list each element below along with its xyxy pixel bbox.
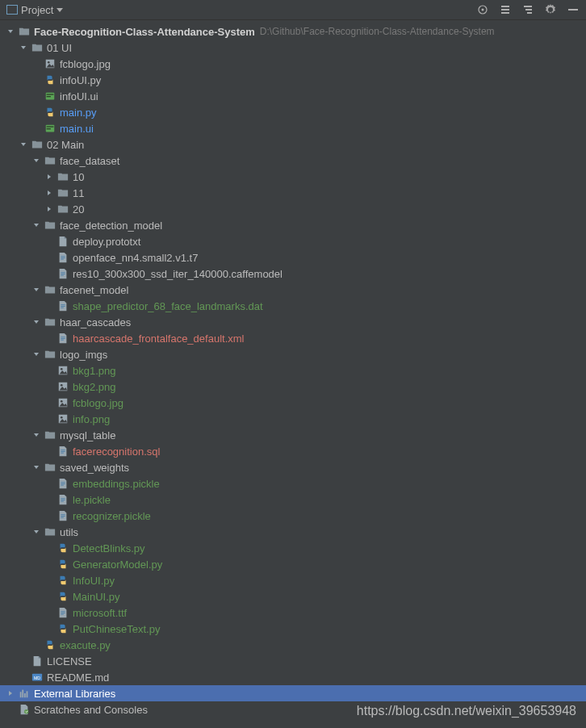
tree-row[interactable]: facenet_model [0,282,586,298]
tree-row[interactable]: 01 UI [0,40,586,56]
tree-row[interactable]: 11 [0,185,586,201]
folder-icon [44,316,57,328]
tree-item-label: main.ui [60,123,94,135]
chevron-down-icon[interactable] [32,157,40,165]
svg-rect-39 [61,453,64,454]
py-icon [44,106,57,119]
chevron-down-icon[interactable] [32,286,40,294]
dropdown-arrow-icon[interactable] [57,8,63,12]
chevron-down-icon[interactable] [32,350,40,358]
tree-item-label: utils [60,526,78,538]
tree-row[interactable]: microsoft.ttf [0,605,586,621]
tree-row[interactable]: res10_300x300_ssd_iter_140000.caffemodel [0,266,586,282]
tree-row[interactable]: haar_cascades [0,314,586,330]
tree-item-label: fcblogo.jpg [73,397,123,409]
chevron-down-icon[interactable] [32,318,40,326]
tree-row[interactable]: 02 Main [0,136,586,153]
tree-row[interactable]: facerecognition.sql [0,443,586,459]
tree-row[interactable]: MDREADME.md [0,669,586,685]
collapse-all-icon[interactable] [499,3,512,16]
tree-row[interactable]: bkg1.png [0,362,586,379]
tree-item-label: DetectBlinks.py [73,542,145,554]
hide-icon[interactable] [567,3,580,16]
tree-row[interactable]: Face-Recognition-Class-Attendance-System… [0,23,586,40]
project-toolbar-left[interactable]: Project [6,4,63,16]
chevron-down-icon[interactable] [32,221,40,229]
tree-item-label: 20 [73,203,84,215]
tree-row[interactable]: LICENSE [0,653,586,669]
tree-row[interactable]: fcblogo.jpg [0,56,586,72]
tree-row[interactable]: infoUI.py [0,72,586,88]
folder-icon [44,348,57,361]
tree-item-label: microsoft.ttf [73,607,127,619]
folder-icon [57,170,69,183]
tree-row[interactable]: exacute.py [0,637,586,653]
tree-row[interactable]: bkg2.png [0,379,586,395]
tree-row[interactable]: InfoUI.py [0,572,586,588]
tree-row[interactable]: infoUI.ui [0,88,586,104]
folder-icon [44,525,57,538]
chevron-right-icon[interactable] [45,205,53,213]
tree-row[interactable]: recognizer.pickle [0,508,586,524]
folder-icon [31,41,44,54]
chevron-down-icon[interactable] [19,44,27,52]
tree-row[interactable]: utils [0,524,586,540]
watermark: https://blog.csdn.net/weixin_39653948 [357,704,576,718]
tree-row[interactable]: PutChineseText.py [0,621,586,637]
bin-icon [57,299,69,312]
tree-row[interactable]: info.png [0,411,586,427]
chevron-down-icon[interactable] [6,27,15,36]
chevron-right-icon[interactable] [45,189,53,197]
project-tree[interactable]: Face-Recognition-Class-Attendance-System… [0,20,586,718]
bin-icon [57,477,69,490]
tree-item-label: face_dataset [60,155,119,167]
svg-rect-50 [61,613,65,613]
tree-row[interactable]: le.pickle [0,492,586,508]
gear-icon[interactable] [544,3,557,16]
tree-row[interactable]: embeddings.pickle [0,475,586,492]
chevron-down-icon[interactable] [19,140,27,149]
bin-icon [57,493,69,506]
chevron-down-icon[interactable] [32,463,40,471]
file-icon [31,655,44,667]
tree-row[interactable]: face_dataset [0,153,586,169]
svg-point-1 [482,9,484,11]
svg-rect-5 [524,6,532,7]
tree-row[interactable]: deploy.prototxt [0,233,586,249]
tree-item-label: External Libraries [34,688,115,700]
project-toolbar-title: Project [21,4,53,16]
tree-item-label: haarcascade_frontalface_default.xml [73,333,244,345]
project-toolbar-right [476,3,580,16]
tree-row[interactable]: face_detection_model [0,217,586,233]
folder-icon [44,429,57,441]
tree-row[interactable]: haarcascade_frontalface_default.xml [0,330,586,346]
tree-row[interactable]: main.py [0,104,586,120]
svg-rect-47 [61,516,65,517]
py-icon [57,574,69,587]
tree-row[interactable]: fcblogo.jpg [0,395,586,411]
tree-row[interactable]: DetectBlinks.py [0,540,586,556]
chevron-right-icon[interactable] [45,173,53,181]
tree-row[interactable]: saved_weights [0,459,586,475]
tree-row[interactable]: External Libraries [0,685,586,701]
tree-row[interactable]: 20 [0,201,586,217]
chevron-down-icon[interactable] [32,528,40,536]
svg-rect-2 [501,6,509,7]
tree-row[interactable]: mysql_table [0,427,586,443]
svg-rect-44 [61,500,65,500]
chevron-right-icon[interactable] [6,689,15,697]
svg-rect-6 [525,9,532,10]
tree-row[interactable]: shape_predictor_68_face_landmarks.dat [0,298,586,314]
svg-rect-25 [61,308,64,308]
tree-row[interactable]: GeneratorModel.py [0,556,586,572]
chevron-down-icon[interactable] [32,431,40,439]
tree-row[interactable]: 10 [0,169,586,185]
expand-all-icon[interactable] [521,3,534,16]
tree-row[interactable]: main.ui [0,120,586,136]
tree-row[interactable]: openface_nn4.small2.v1.t7 [0,249,586,266]
tree-row[interactable]: logo_imgs [0,346,586,362]
svg-rect-27 [61,338,65,339]
target-icon[interactable] [476,3,489,16]
tree-row[interactable]: MainUI.py [0,588,586,605]
jpg-icon [57,412,69,425]
